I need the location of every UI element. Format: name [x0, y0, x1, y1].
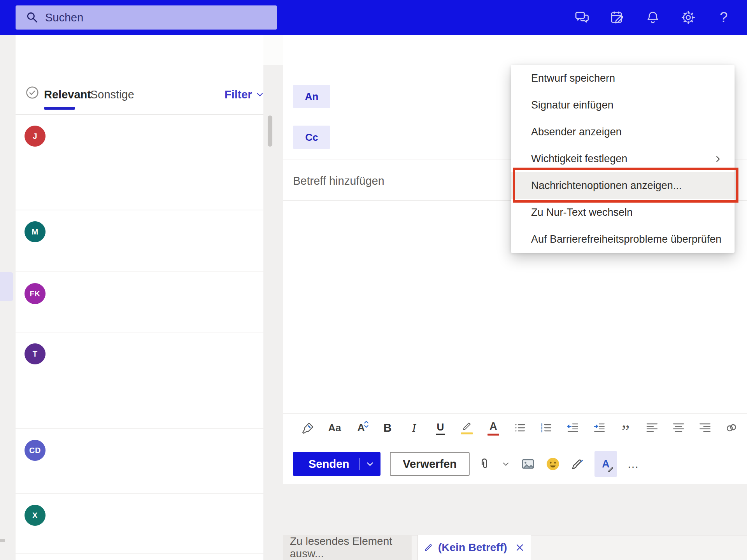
avatar: CD	[25, 440, 46, 461]
list-item[interactable]: X	[16, 494, 263, 554]
chevron-down-icon[interactable]	[365, 459, 375, 469]
active-tab-underline	[44, 107, 75, 110]
editor-button[interactable]: A	[594, 451, 617, 477]
menu-item[interactable]: Wichtigkeit festlegen	[511, 145, 735, 172]
subject-input[interactable]: Betreff hinzufügen	[293, 175, 384, 187]
italic-icon[interactable]: I	[405, 419, 423, 436]
menu-item-label: Auf Barrierefreiheitsprobleme überprüfen	[531, 233, 721, 245]
font-color-icon[interactable]: A	[485, 419, 502, 436]
highlight-color-bar	[461, 432, 473, 434]
filter-button[interactable]: Filter	[224, 86, 265, 103]
compose-action-icons: A …	[478, 451, 640, 477]
align-center-icon[interactable]	[670, 419, 687, 436]
draw-pen-icon[interactable]	[570, 457, 584, 471]
decrease-indent-icon[interactable]	[564, 419, 581, 436]
search-input[interactable]: Suchen	[16, 5, 277, 30]
split-separator	[359, 458, 359, 470]
highlighter-icon[interactable]	[458, 419, 475, 436]
avatar: T	[25, 343, 46, 364]
avatar: X	[25, 505, 46, 526]
strip-mark	[0, 539, 5, 542]
editor-pen-icon	[607, 466, 614, 473]
draft-tab[interactable]: (Kein Betreff)	[417, 535, 531, 560]
link-icon[interactable]	[723, 419, 740, 436]
list-item[interactable]: FK	[16, 272, 263, 332]
chevron-down-icon[interactable]	[501, 459, 510, 469]
formatting-toolbar: Aa A B I U A	[300, 414, 740, 441]
menu-item[interactable]: Signatur einfügen	[511, 92, 735, 119]
folder-selected-indicator[interactable]	[0, 272, 13, 301]
list-item[interactable]: CD	[16, 429, 263, 494]
cc-button[interactable]: Cc	[293, 126, 330, 149]
settings-gear-icon[interactable]	[680, 9, 697, 26]
avatar: J	[25, 126, 46, 147]
quote-icon[interactable]: ”	[617, 419, 634, 436]
menu-item-label: Wichtigkeit festlegen	[531, 153, 628, 165]
menu-item[interactable]: Entwurf speichern	[511, 65, 735, 92]
bullet-list-icon[interactable]	[511, 419, 528, 436]
menu-item[interactable]: Auf Barrierefreiheitsprobleme überprüfen	[511, 226, 735, 253]
tab-sonstige[interactable]: Sonstige	[90, 86, 134, 103]
chevron-right-icon	[713, 154, 723, 164]
chat-icon[interactable]	[573, 9, 591, 26]
draft-pen-icon	[423, 542, 433, 553]
topbar-icon-group: ?	[573, 0, 732, 35]
align-left-icon[interactable]	[644, 419, 661, 436]
list-item[interactable]: T	[16, 332, 263, 429]
menu-item[interactable]: Nachrichtenoptionen anzeigen...	[511, 172, 735, 199]
discard-button[interactable]: Verwerfen	[390, 452, 470, 476]
search-placeholder: Suchen	[45, 11, 83, 24]
font-color-bar	[487, 434, 499, 436]
select-all-icon[interactable]	[25, 85, 40, 100]
avatar: M	[25, 221, 46, 242]
list-scrollbar-thumb[interactable]	[268, 116, 272, 147]
message-list: JMFKTCDX	[16, 115, 263, 554]
menu-item-label: Zu Nur-Text wechseln	[531, 206, 633, 219]
help-icon[interactable]: ?	[715, 9, 732, 26]
reading-pane-text: Zu lesendes Element ausw...	[290, 535, 412, 560]
filter-label: Filter	[224, 88, 252, 101]
draft-tab-title: (Kein Betreff)	[438, 541, 507, 554]
help-glyph: ?	[720, 9, 728, 26]
more-options-menu: Entwurf speichernSignatur einfügenAbsend…	[511, 65, 735, 253]
font-icon[interactable]: Aa	[326, 419, 343, 436]
insert-image-icon[interactable]	[521, 457, 535, 471]
divider	[283, 413, 747, 414]
size-arrows	[363, 420, 369, 429]
emoji-icon[interactable]	[545, 457, 560, 471]
to-button[interactable]: An	[293, 85, 330, 108]
paperclip-icon[interactable]	[478, 457, 491, 471]
align-right-icon[interactable]	[696, 419, 714, 436]
chevron-down-icon	[255, 90, 265, 99]
calendar-check-icon[interactable]	[609, 9, 626, 26]
bold-icon[interactable]: B	[379, 419, 396, 436]
menu-item-label: Nachrichtenoptionen anzeigen...	[531, 180, 682, 192]
more-actions-button[interactable]: …	[627, 457, 640, 471]
avatar: FK	[25, 283, 46, 304]
menu-item[interactable]: Zu Nur-Text wechseln	[511, 199, 735, 226]
send-label: Senden	[309, 458, 349, 471]
numbered-list-icon[interactable]	[538, 419, 555, 436]
send-split-button[interactable]: Senden	[293, 452, 381, 476]
tab-relevant[interactable]: Relevant	[44, 86, 91, 103]
close-icon[interactable]	[515, 543, 524, 552]
menu-item[interactable]: Absender anzeigen	[511, 119, 735, 145]
search-icon	[26, 11, 39, 24]
reading-pane-placeholder[interactable]: Zu lesendes Element ausw...	[283, 535, 412, 560]
list-item[interactable]: J	[16, 115, 263, 210]
bell-icon[interactable]	[644, 9, 661, 26]
outlook-compose-screen: Suchen ? Senden	[0, 0, 747, 560]
menu-item-label: Signatur einfügen	[531, 99, 614, 111]
increase-indent-icon[interactable]	[591, 419, 608, 436]
app-header: Suchen ?	[0, 0, 747, 35]
underline-icon[interactable]: U	[432, 419, 449, 436]
menu-item-label: Entwurf speichern	[531, 72, 615, 84]
menu-item-label: Absender anzeigen	[531, 126, 622, 138]
format-painter-icon[interactable]	[300, 419, 317, 436]
list-item[interactable]: M	[16, 210, 263, 272]
message-list-header: Relevant Sonstige Filter	[16, 74, 263, 115]
font-size-icon[interactable]: A	[352, 419, 370, 436]
